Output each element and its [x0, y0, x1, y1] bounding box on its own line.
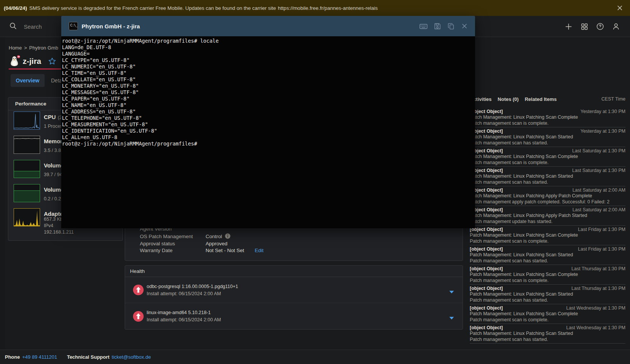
detail-label: Warranty Date	[140, 248, 206, 253]
activity-title: Patch Management: Linux Patching Scan Co…	[470, 115, 625, 121]
breadcrumb-home[interactable]: Home	[9, 45, 22, 51]
adapter-ip-type: IPv4	[44, 223, 53, 228]
activity-title: Patch Management: Linux Patching Scan St…	[470, 134, 625, 140]
save-icon[interactable]	[433, 22, 441, 30]
activity-time: Last Friday at 1:30 PM	[578, 227, 625, 232]
activity-entry[interactable]: [object Object] Yesterday at 1:30 PM Pat…	[470, 127, 625, 147]
detail-value: Approved	[206, 241, 228, 246]
activity-time: Yesterday at 1:30 PM	[580, 129, 625, 134]
activity-entry[interactable]: [object Object] Last Friday at 1:30 PM P…	[470, 226, 625, 245]
activity-device: [object Object]	[470, 266, 503, 271]
terminal-close-icon[interactable]	[461, 22, 468, 30]
memory-chart	[14, 136, 40, 154]
favorite-star-icon[interactable]	[48, 57, 56, 65]
health-row[interactable]: linux-image-amd64 5.10.218-1 Install att…	[125, 303, 463, 329]
activity-entry[interactable]: [object Object] Yesterday at 1:30 PM Pat…	[470, 108, 625, 127]
detail-value: Control	[206, 233, 231, 240]
health-row[interactable]: odbc-postgresql 1:16.00.0005-1.pgdg110+1…	[125, 277, 463, 303]
terminal-line: LC_PAPER="en_US.UTF-8"	[62, 96, 475, 102]
activity-time: Last Saturday at 1:30 PM	[572, 168, 625, 173]
expand-caret-icon[interactable]	[449, 314, 454, 318]
health-card: Health odbc-postgresql 1:16.00.0005-1.pg…	[125, 265, 463, 330]
activities-panel: Activities Notes (0) Related Items CEST …	[470, 95, 625, 344]
activity-time: Last Wednesday at 1:30 PM	[566, 325, 625, 330]
breadcrumb-separator: >	[24, 45, 27, 51]
activity-title: Patch Management: Linux Patching Apply P…	[470, 193, 625, 199]
activity-desc: Patch management scan has started.	[470, 297, 625, 304]
alert-message: SMS delivery service is degraded for the…	[29, 5, 276, 11]
alert-banner: (04/06/24) SMS delivery service is degra…	[0, 0, 630, 16]
warranty-edit-link[interactable]: Edit	[255, 248, 263, 253]
activity-device: [object Object]	[470, 305, 503, 311]
phone-link[interactable]: +49 89 4111201	[22, 354, 57, 360]
activity-entry[interactable]: [object Object] Last Saturday at 2:00 AM…	[470, 206, 625, 226]
activity-device: [object Object]	[470, 286, 503, 291]
user-icon[interactable]	[612, 22, 620, 31]
activity-title: Patch Management: Linux Patching Apply P…	[470, 213, 625, 219]
activity-desc: Patch management scan is complete.	[470, 121, 625, 127]
breadcrumb: Home>Phytron Gmb	[9, 45, 58, 51]
health-package-name: odbc-postgresql 1:16.00.0005-1.pgdg110+1	[147, 284, 449, 289]
activity-title: Patch Management: Linux Patching Scan Co…	[470, 272, 625, 278]
tab-related-items[interactable]: Related Items	[525, 96, 557, 102]
banner-close-icon[interactable]	[616, 5, 623, 11]
terminal-titlebar[interactable]: C:\_ Phytron GmbH - z-jira	[61, 16, 475, 36]
detail-row-warranty-date: Warranty Date Not Set - Not Set Edit	[140, 247, 263, 254]
activity-title: Patch Management: Linux Patching Scan Co…	[470, 232, 625, 239]
terminal-line: LC_NUMERIC="en_US.UTF-8"	[62, 64, 475, 70]
activity-entry[interactable]: [object Object] Last Saturday at 1:30 PM…	[470, 167, 625, 186]
tab-overview[interactable]: Overview	[11, 74, 45, 87]
footer: Phone +49 89 4111201 Technical Support t…	[0, 350, 630, 364]
device-name: z-jira	[23, 57, 41, 66]
activity-entry[interactable]: [object Object] Last Saturday at 1:30 PM…	[470, 147, 625, 167]
breadcrumb-current[interactable]: Phytron Gmb	[29, 45, 58, 51]
support-email-link[interactable]: ticket@softbox.de	[112, 354, 151, 360]
terminal-output[interactable]: root@z-jira:/opt/NinjaRMMAgent/programfi…	[61, 36, 475, 228]
terminal-line: root@z-jira:/opt/NinjaRMMAgent/programfi…	[62, 141, 475, 147]
add-icon[interactable]	[564, 22, 573, 31]
timezone-label: CEST Time	[601, 96, 625, 102]
apps-grid-icon[interactable]	[580, 23, 588, 31]
terminal-line: LC_MONETARY="en_US.UTF-8"	[62, 83, 475, 89]
keyboard-icon[interactable]	[419, 22, 428, 31]
activity-title: Patch Management: Linux Patching Scan St…	[470, 291, 625, 297]
detail-label: Approval status	[140, 241, 206, 246]
memory-sub: 3.5 / 3.8 (	[44, 148, 64, 153]
terminal-line: LC_CTYPE="en_US.UTF-8"	[62, 57, 475, 64]
activity-entry[interactable]: [object Object] Last Wednesday at 1:30 P…	[470, 304, 625, 324]
activity-title: Patch Management: Linux Patching Scan St…	[470, 173, 625, 180]
activity-entry[interactable]: [object Object] Last Saturday at 2:00 AM…	[470, 186, 625, 206]
activity-entry[interactable]: [object Object] Last Friday at 1:30 PM P…	[470, 245, 625, 265]
activity-time: Last Saturday at 1:30 PM	[572, 148, 625, 153]
terminal-actions	[419, 22, 468, 31]
activity-desc: Patch management apply patch completed. …	[470, 199, 625, 205]
global-search[interactable]: Search	[9, 16, 42, 37]
help-icon[interactable]	[596, 22, 604, 31]
tab-notes[interactable]: Notes (0)	[498, 96, 519, 102]
device-tabs: Overview Deta	[11, 74, 62, 87]
alert-url-link[interactable]: https://mobile.free.fr/pannes-antennes-r…	[278, 5, 378, 11]
activity-desc: Patch management scan has started.	[470, 140, 625, 146]
detail-row-os-patch-management: OS Patch Management Control	[140, 233, 231, 240]
activity-title: Patch Management: Linux Patching Scan St…	[470, 252, 625, 258]
activity-title: Patch Management: Linux Patching Scan Co…	[470, 311, 625, 317]
activity-entry[interactable]: [object Object] Last Thursday at 1:30 PM…	[470, 285, 625, 304]
remote-terminal-window: C:\_ Phytron GmbH - z-jira	[61, 16, 475, 228]
activity-desc: Patch management scan has started.	[470, 180, 625, 186]
expand-caret-icon[interactable]	[449, 288, 454, 292]
info-icon[interactable]	[225, 233, 231, 240]
tab-details[interactable]: Deta	[51, 77, 62, 84]
terminal-line: LC_IDENTIFICATION="en_US.UTF-8"	[62, 128, 475, 134]
alert-date: (04/06/24)	[4, 5, 27, 11]
activity-entry[interactable]: [object Object] Last Wednesday at 1:30 P…	[470, 324, 625, 344]
activity-device: [object Object]	[470, 325, 503, 330]
activities-tabs: Activities Notes (0) Related Items CEST …	[470, 95, 625, 103]
activity-entry[interactable]: [object Object] Last Thursday at 1:30 PM…	[470, 265, 625, 285]
health-install-attempt: Install attempt: 06/15/2024 2:00 AM	[147, 291, 449, 296]
terminal-line: LC_NAME="en_US.UTF-8"	[62, 102, 475, 108]
activity-desc: Patch management scan is complete.	[470, 317, 625, 323]
topbar-actions	[564, 16, 620, 37]
adapter-ip-address: 192.168.1.211	[44, 229, 74, 235]
terminal-line: LC_ADDRESS="en_US.UTF-8"	[62, 108, 475, 115]
copy-icon[interactable]	[447, 22, 455, 30]
